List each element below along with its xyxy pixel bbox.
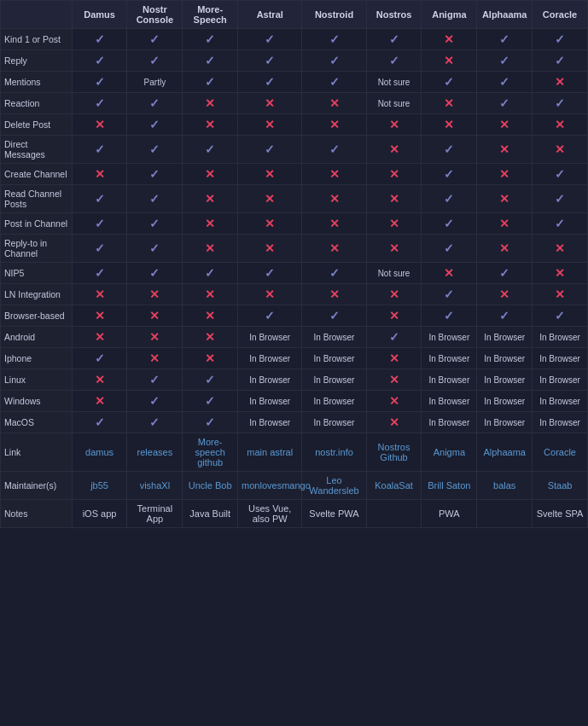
cell: ✕: [477, 136, 533, 164]
cell: ✕: [127, 305, 183, 327]
link[interactable]: More-speech github: [195, 437, 224, 468]
cell: ✓: [183, 412, 238, 433]
cell: ✕: [302, 185, 366, 213]
cell: ✕: [366, 136, 422, 164]
table-row: NotesiOS appTerminal AppJava BuiltUses V…: [1, 500, 588, 528]
cell: ✕: [127, 284, 183, 305]
in-browser-label: In Browser: [539, 375, 580, 385]
cell: ✕: [183, 327, 238, 348]
checkmark-icon: ✓: [499, 266, 509, 280]
in-browser-label: In Browser: [249, 354, 290, 363]
cell: ✕: [238, 164, 302, 185]
cell: ✓: [533, 29, 588, 50]
link[interactable]: KoalaSat: [375, 480, 413, 491]
cross-icon: ✕: [205, 167, 215, 181]
cell: ✓: [302, 136, 366, 164]
link[interactable]: Staab: [548, 480, 573, 491]
cell: ✓: [127, 93, 183, 114]
cell: ✓: [422, 185, 477, 213]
link[interactable]: Nostros Github: [378, 442, 410, 462]
cell[interactable]: main astral: [238, 433, 302, 472]
cell[interactable]: releases: [127, 433, 183, 472]
link[interactable]: releases: [137, 447, 173, 457]
cell[interactable]: Brill Saton: [422, 472, 477, 500]
cell[interactable]: Staab: [533, 472, 588, 500]
link[interactable]: Uncle Bob: [189, 480, 232, 491]
cell: ✕: [183, 305, 238, 327]
cell: ✕: [183, 114, 238, 136]
link[interactable]: Coracle: [544, 447, 576, 457]
link[interactable]: balas: [493, 480, 515, 491]
cell: iOS app: [72, 500, 127, 528]
cell[interactable]: Coracle: [533, 433, 588, 472]
cell[interactable]: Alphaama: [477, 433, 533, 472]
cell: ✕: [366, 164, 422, 185]
cell: Not sure: [366, 93, 422, 114]
cell: ✕: [72, 327, 127, 348]
cross-icon: ✕: [555, 142, 565, 156]
cell[interactable]: jb55: [72, 472, 127, 500]
cell[interactable]: Anigma: [422, 433, 477, 472]
feature-label: Kind 1 or Post: [1, 29, 73, 50]
table-row: LN Integration✕✕✕✕✕✕✓✕✕: [1, 284, 588, 305]
cell: Not sure: [366, 263, 422, 284]
cell: [477, 500, 533, 528]
cell[interactable]: Leo Wandersleb: [302, 472, 366, 500]
link[interactable]: monlovesmango: [242, 480, 311, 491]
cell: ✕: [302, 213, 366, 235]
link[interactable]: Alphaama: [483, 447, 526, 457]
cell[interactable]: balas: [477, 472, 533, 500]
cell[interactable]: Nostros Github: [366, 433, 422, 472]
cell: ✓: [238, 263, 302, 284]
cross-icon: ✕: [389, 351, 399, 365]
checkmark-icon: ✓: [444, 75, 454, 89]
cell[interactable]: damus: [72, 433, 127, 472]
link[interactable]: Leo Wandersleb: [309, 475, 358, 496]
cell: ✓: [302, 305, 366, 327]
cell[interactable]: vishaXl: [127, 472, 183, 500]
cell: ✓: [183, 72, 238, 93]
cell[interactable]: nostr.info: [302, 433, 366, 472]
link[interactable]: vishaXl: [140, 480, 170, 491]
cross-icon: ✕: [444, 266, 454, 280]
cell: ✓: [72, 72, 127, 93]
link[interactable]: nostr.info: [315, 447, 353, 457]
cell: ✓: [238, 29, 302, 50]
cell: In Browser: [238, 412, 302, 433]
in-browser-label: In Browser: [314, 397, 355, 406]
col-astral: Astral: [238, 1, 302, 29]
link[interactable]: Anigma: [434, 447, 465, 457]
header-row: Damus Nostr Console More-Speech Astral N…: [1, 1, 588, 29]
link[interactable]: damus: [85, 447, 114, 457]
in-browser-label: In Browser: [314, 375, 355, 385]
checkmark-icon: ✓: [329, 32, 340, 46]
cell: ✓: [127, 235, 183, 263]
checkmark-icon: ✓: [149, 96, 160, 110]
cell: ✕: [72, 164, 127, 185]
checkmark-icon: ✓: [499, 309, 509, 322]
cross-icon: ✕: [389, 167, 399, 181]
link[interactable]: main astral: [247, 447, 293, 457]
cell: In Browser: [238, 348, 302, 369]
cell[interactable]: monlovesmango: [238, 472, 302, 500]
cross-icon: ✕: [499, 192, 509, 206]
cell: ✓: [72, 213, 127, 235]
cross-icon: ✕: [444, 32, 454, 46]
cell[interactable]: KoalaSat: [366, 472, 422, 500]
cell: ✕: [302, 284, 366, 305]
cell: ✓: [238, 136, 302, 164]
cell[interactable]: More-speech github: [183, 433, 238, 472]
cell: ✓: [477, 72, 533, 93]
cell: ✕: [366, 412, 422, 433]
link[interactable]: jb55: [90, 480, 108, 491]
cell[interactable]: Uncle Bob: [183, 472, 238, 500]
cell: In Browser: [533, 412, 588, 433]
cell: ✓: [422, 72, 477, 93]
cross-icon: ✕: [149, 351, 160, 365]
cell: In Browser: [477, 391, 533, 412]
link[interactable]: Brill Saton: [428, 480, 470, 491]
checkmark-icon: ✓: [95, 32, 105, 46]
checkmark-icon: ✓: [444, 167, 454, 181]
cross-icon: ✕: [265, 241, 275, 255]
cell: ✓: [422, 164, 477, 185]
